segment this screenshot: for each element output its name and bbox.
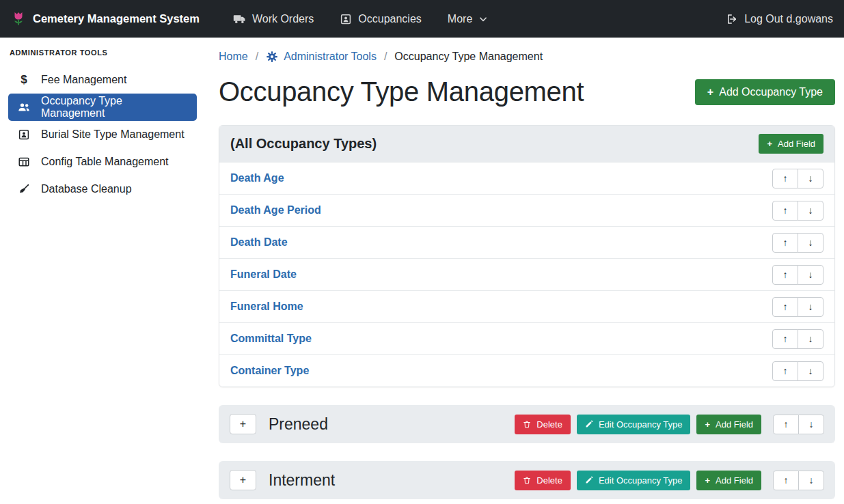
card-title: (All Occupancy Types): [230, 136, 377, 152]
move-down-button[interactable]: ↓: [798, 471, 824, 490]
title-row: Occupancy Type Management + Add Occupanc…: [219, 76, 835, 107]
add-field-button[interactable]: + Add Field: [696, 471, 761, 490]
edit-occupancy-type-button[interactable]: Edit Occupancy Type: [577, 471, 691, 490]
add-field-label: Add Field: [716, 475, 753, 486]
all-occupancy-types-header: (All Occupancy Types) + Add Field: [219, 126, 834, 162]
move-up-button[interactable]: ↑: [772, 329, 798, 349]
expand-section-button[interactable]: +: [230, 414, 256, 434]
field-name-link[interactable]: Funeral Date: [230, 268, 297, 281]
arrow-down-icon: ↓: [808, 333, 813, 344]
occupancy-type-section-header: + Preneed Delete: [219, 405, 835, 443]
sidebar-item-database-cleanup[interactable]: Database Cleanup: [8, 176, 197, 203]
reorder-button-group: ↑ ↓: [773, 471, 824, 490]
chevron-down-icon: [478, 14, 488, 24]
reorder-button-group: ↑ ↓: [772, 201, 823, 221]
reorder-button-group: ↑ ↓: [772, 265, 823, 285]
move-down-button[interactable]: ↓: [798, 415, 824, 434]
field-name-link[interactable]: Death Age: [230, 172, 284, 184]
move-up-button[interactable]: ↑: [772, 361, 798, 381]
arrow-up-icon: ↑: [783, 301, 788, 312]
section-actions: Delete Edit Occupancy Type: [515, 471, 824, 490]
sidebar: Administrator Tools $ Fee Management Occ…: [0, 38, 205, 504]
sidebar-item-label: Occupancy Type Management: [41, 95, 189, 120]
add-field-label: Add Field: [716, 419, 753, 430]
nav-work-orders-label: Work Orders: [252, 13, 314, 25]
move-down-button[interactable]: ↓: [798, 265, 823, 285]
move-down-button[interactable]: ↓: [798, 201, 823, 221]
add-field-button[interactable]: + Add Field: [759, 134, 823, 154]
edit-occupancy-type-button[interactable]: Edit Occupancy Type: [577, 415, 691, 434]
sidebar-item-fee-management[interactable]: $ Fee Management: [8, 66, 197, 94]
move-up-button[interactable]: ↑: [772, 233, 798, 253]
sidebar-heading: Administrator Tools: [10, 48, 197, 57]
nav-more-label: More: [448, 13, 472, 25]
arrow-down-icon: ↓: [808, 301, 813, 312]
arrow-up-icon: ↑: [784, 419, 789, 430]
sidebar-item-label: Database Cleanup: [41, 183, 132, 195]
move-up-button[interactable]: ↑: [773, 471, 799, 490]
tulip-logo-icon: [11, 10, 26, 28]
plus-icon: +: [240, 474, 246, 486]
move-down-button[interactable]: ↓: [798, 297, 823, 317]
arrow-up-icon: ↑: [783, 237, 788, 248]
arrow-down-icon: ↓: [809, 475, 814, 486]
logout-icon: [726, 13, 738, 25]
field-row: Container Type ↑ ↓: [219, 354, 834, 387]
pencil-icon: [585, 476, 593, 484]
person-booth-icon: [340, 13, 352, 25]
delete-label: Delete: [536, 419, 562, 430]
move-up-button[interactable]: ↑: [772, 169, 798, 188]
move-up-button[interactable]: ↑: [773, 415, 799, 434]
move-down-button[interactable]: ↓: [798, 329, 823, 349]
page-title: Occupancy Type Management: [219, 76, 584, 107]
users-icon: [16, 100, 31, 114]
move-up-button[interactable]: ↑: [772, 265, 798, 285]
sidebar-item-occupancy-type-management[interactable]: Occupancy Type Management: [8, 94, 197, 121]
plus-icon: +: [705, 475, 710, 486]
move-down-button[interactable]: ↓: [798, 169, 823, 188]
arrow-down-icon: ↓: [808, 269, 813, 280]
delete-button[interactable]: Delete: [515, 415, 571, 434]
sidebar-item-label: Config Table Management: [41, 156, 169, 168]
field-name-link[interactable]: Death Age Period: [230, 204, 321, 216]
reorder-button-group: ↑ ↓: [772, 329, 823, 349]
add-field-label: Add Field: [778, 139, 815, 149]
field-row: Funeral Date ↑ ↓: [219, 258, 834, 290]
move-up-button[interactable]: ↑: [772, 201, 798, 221]
field-name-link[interactable]: Container Type: [230, 365, 309, 377]
add-field-button[interactable]: + Add Field: [696, 415, 761, 434]
sidebar-item-config-table-management[interactable]: Config Table Management: [8, 148, 197, 176]
expand-section-button[interactable]: +: [230, 470, 256, 490]
arrow-down-icon: ↓: [809, 419, 814, 430]
nav-work-orders[interactable]: Work Orders: [233, 12, 314, 25]
breadcrumb-separator: /: [384, 51, 387, 63]
edit-occupancy-type-label: Edit Occupancy Type: [599, 475, 683, 486]
field-row: Death Date ↑ ↓: [219, 226, 834, 258]
move-down-button[interactable]: ↓: [798, 361, 823, 381]
sidebar-item-label: Burial Site Type Management: [41, 128, 185, 141]
nav-more[interactable]: More: [448, 13, 488, 25]
field-name-link[interactable]: Death Date: [230, 236, 288, 249]
sidebar-item-burial-site-type-management[interactable]: Burial Site Type Management: [8, 121, 197, 148]
arrow-down-icon: ↓: [808, 173, 813, 184]
sidebar-item-label: Fee Management: [41, 74, 126, 86]
nav-occupancies[interactable]: Occupancies: [340, 13, 422, 25]
breadcrumb-current: Occupancy Type Management: [394, 51, 543, 63]
plus-icon: +: [707, 86, 713, 98]
reorder-button-group: ↑ ↓: [772, 233, 823, 253]
field-name-link[interactable]: Funeral Home: [230, 300, 303, 313]
field-name-link[interactable]: Committal Type: [230, 333, 312, 345]
arrow-up-icon: ↑: [783, 333, 788, 344]
edit-occupancy-type-label: Edit Occupancy Type: [599, 419, 683, 430]
move-up-button[interactable]: ↑: [772, 297, 798, 317]
trash-icon: [523, 476, 531, 485]
app-brand[interactable]: Cemetery Management System: [11, 10, 200, 28]
add-occupancy-type-button[interactable]: + Add Occupancy Type: [695, 79, 835, 105]
delete-button[interactable]: Delete: [515, 471, 571, 490]
arrow-up-icon: ↑: [783, 173, 788, 184]
logout-button[interactable]: Log Out d.gowans: [726, 13, 833, 25]
breadcrumb-administrator-tools[interactable]: Administrator Tools: [266, 51, 377, 63]
move-down-button[interactable]: ↓: [798, 233, 823, 253]
breadcrumb-home[interactable]: Home: [219, 51, 248, 63]
top-navbar: Cemetery Management System Work Orders O…: [0, 0, 844, 38]
